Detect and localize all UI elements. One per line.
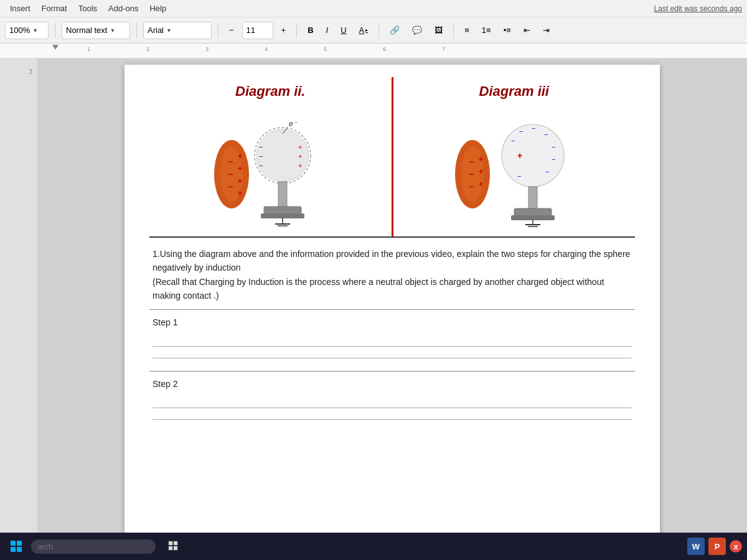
word-app-icon[interactable]: W [687,538,705,555]
taskbar-grid-button[interactable] [164,539,183,553]
comment-button[interactable]: 💬 [408,23,426,37]
toolbar: 100% ▼ Normal text ▼ Arial ▼ − 11 + B I … [0,17,747,44]
document-page: Diagram ii. − − − [125,65,660,533]
svg-text:+: + [517,151,522,161]
page-area: Diagram ii. − − − [37,58,747,533]
diagram-iii-image: − − − + + + − − [393,106,636,230]
numbered-list-button[interactable]: 1≡ [477,23,496,37]
align-button[interactable]: ≡ [460,23,474,37]
svg-rect-45 [514,208,552,216]
font-size-increase-button[interactable]: + [277,23,291,37]
underline-button[interactable]: U [336,23,350,37]
diagrams-container: Diagram ii. − − − [149,77,635,238]
left-margin: 3 [0,58,37,533]
step-2-section: Step 2 [149,371,635,432]
step-2-line-1 [153,408,632,408]
svg-text:−: − [228,169,233,179]
decrease-indent-button[interactable]: ⇤ [519,23,535,37]
svg-text:−: − [545,168,549,175]
link-button[interactable]: 🔗 [385,23,404,37]
menu-addons[interactable]: Add-ons [103,2,143,14]
underline-indicator: ▸ [365,27,368,33]
svg-rect-55 [174,541,177,545]
menu-insert[interactable]: Insert [5,2,35,14]
ruler-indent-icon[interactable] [52,45,59,50]
svg-text:+: + [238,177,242,185]
svg-rect-51 [17,541,22,546]
close-app-icon[interactable]: x [730,540,742,553]
svg-rect-44 [529,187,537,208]
zoom-chevron-icon: ▼ [32,27,38,34]
image-button[interactable]: 🖼 [430,23,447,37]
ruler-mark-1: 1 [87,46,90,52]
zoom-dropdown[interactable]: 100% ▼ [5,22,49,39]
svg-text:+: + [238,152,242,161]
svg-text:−: − [544,131,548,138]
separator-1 [55,23,55,38]
svg-text:−: − [469,182,474,192]
svg-rect-52 [11,547,16,552]
bulleted-list-button[interactable]: •≡ [499,23,515,37]
svg-text:−: − [511,137,515,144]
ruler-inner: 1 2 3 4 5 6 7 [37,44,710,58]
text-style-dropdown[interactable]: Normal text ▼ [62,22,130,39]
svg-text:−: − [517,172,521,180]
strikethrough-button[interactable]: A ▸ [355,23,373,37]
svg-text:+: + [479,180,483,189]
ruler: 1 2 3 4 5 6 7 [0,44,747,58]
svg-text:−: − [259,143,263,151]
menu-tools[interactable]: Tools [73,2,102,14]
font-chevron-icon: ▼ [166,27,172,34]
separator-3 [218,23,218,38]
diagram-ii-image: − − − + + + + [149,106,392,230]
text-style-chevron-icon: ▼ [110,27,115,34]
ruler-mark-5: 5 [324,46,327,52]
svg-text:−: − [469,169,474,179]
step-1-line-1 [153,346,632,347]
ruler-mark-3: 3 [205,46,209,52]
zoom-value: 100% [9,26,30,35]
svg-text:−: − [228,182,233,192]
font-size-dropdown[interactable]: 11 [242,22,273,39]
step-2-label: Step 2 [153,379,632,389]
svg-text:+: + [238,164,242,173]
svg-text:−: − [532,124,535,132]
font-dropdown[interactable]: Arial ▼ [143,22,212,39]
step-1-section: Step 1 [149,310,635,371]
increase-indent-button[interactable]: ⇥ [538,23,554,37]
italic-button[interactable]: I [322,23,333,37]
svg-text:+: + [298,152,302,160]
svg-rect-46 [511,215,555,220]
menu-help[interactable]: Help [144,2,171,14]
diagram-ii-svg: − − − + + + + [208,109,332,227]
text-style-value: Normal text [66,26,107,35]
step-1-label: Step 1 [153,317,632,327]
font-value: Arial [148,26,164,35]
svg-rect-54 [169,541,172,545]
bold-button[interactable]: B [303,23,317,37]
svg-text:+: + [479,155,483,164]
grid-icon [168,541,179,552]
windows-icon [10,540,22,553]
start-button[interactable] [5,538,27,555]
ruler-mark-4: 4 [265,46,268,52]
diagram-iii-svg: − − − + + + − − [452,109,576,227]
last-edit-status: Last edit was seconds ago [654,4,742,13]
svg-rect-21 [261,213,304,218]
svg-text:−: − [552,143,555,151]
powerpoint-app-icon[interactable]: P [708,538,726,555]
svg-rect-20 [264,207,301,214]
diagram-ii-title: Diagram ii. [149,83,392,100]
svg-text:−: − [519,128,523,135]
svg-rect-50 [11,541,16,546]
diagram-iii-section: Diagram iii − − − + [393,77,636,236]
strikethrough-label: A [359,26,365,35]
taskbar-right: W P x [687,538,742,555]
menu-format[interactable]: Format [37,2,72,14]
ruler-mark-7: 7 [442,46,445,52]
ruler-mark-2: 2 [146,46,149,52]
separator-2 [136,23,137,38]
font-size-decrease-button[interactable]: − [225,23,238,37]
taskbar-search-input[interactable] [31,539,156,554]
svg-text:−: − [552,156,555,163]
